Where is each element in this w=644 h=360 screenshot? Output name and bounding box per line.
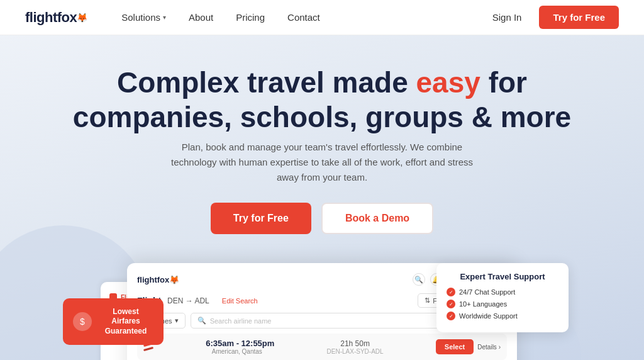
- time-chevron-icon: ▾: [175, 317, 179, 325]
- search-icon[interactable]: 🔍: [413, 273, 425, 286]
- check-icon: ✓: [447, 300, 455, 308]
- nav-about[interactable]: About: [180, 8, 222, 26]
- badge-dollar-icon: $: [73, 312, 92, 331]
- flight-result-row: 6:35am - 12:55pm American, Qantas 21h 50…: [137, 334, 507, 360]
- navbar: flightfox🦊 Solutions ▾ About Pricing Con…: [0, 0, 644, 35]
- hero-buttons: Try for Free Book a Demo: [13, 203, 631, 234]
- search-icon: 🔍: [197, 317, 206, 325]
- expert-support-card: Expert Travel Support ✓ 24/7 Chat Suppor…: [436, 263, 569, 332]
- nav-solutions[interactable]: Solutions ▾: [113, 8, 175, 26]
- hero-title: Complex travel made easy for companies, …: [13, 65, 631, 135]
- hero-book-demo-button[interactable]: Book a Demo: [321, 203, 433, 234]
- details-link[interactable]: Details ›: [477, 344, 501, 351]
- flight-route: DEN → ADL: [167, 296, 209, 305]
- card-logo: flightfox🦊: [137, 275, 179, 284]
- nav-pricing[interactable]: Pricing: [227, 8, 274, 26]
- logo-text: flightfox: [25, 9, 77, 26]
- edit-search-button[interactable]: Edit Search: [222, 297, 258, 305]
- flight-time-info: 6:35am - 12:55pm American, Qantas: [199, 339, 274, 355]
- logo[interactable]: flightfox🦊: [25, 9, 87, 26]
- flight-duration-info: 21h 50m DEN-LAX-SYD-ADL: [327, 339, 384, 355]
- chevron-down-icon: ▾: [163, 14, 166, 21]
- check-icon: ✓: [447, 312, 455, 320]
- expert-item-chat: ✓ 24/7 Chat Support: [447, 288, 558, 296]
- expert-item-languages: ✓ 10+ Languages: [447, 300, 558, 308]
- nav-contact[interactable]: Contact: [279, 8, 329, 26]
- nav-try-free-button[interactable]: Try for Free: [539, 6, 619, 29]
- nav-right: Sign In Try for Free: [485, 6, 619, 29]
- hero-try-free-button[interactable]: Try for Free: [211, 203, 311, 234]
- hero-section: Complex travel made easy for companies, …: [0, 35, 644, 360]
- hero-subtitle: Plan, book and manage your team's travel…: [171, 140, 473, 185]
- mockup-area: Flights Cars ··· Other flightfox🦊 🔍 🔔: [13, 257, 631, 360]
- sign-in-button[interactable]: Sign In: [485, 8, 530, 26]
- nav-links: Solutions ▾ About Pricing Contact: [113, 8, 485, 26]
- expert-item-worldwide: ✓ Worldwide Support: [447, 312, 558, 320]
- flight-actions: Select Details ›: [436, 339, 501, 354]
- expert-card-title: Expert Travel Support: [447, 272, 558, 281]
- check-icon: ✓: [447, 288, 455, 296]
- select-flight-button[interactable]: Select: [436, 339, 474, 354]
- filter-icon: ⇅: [425, 296, 430, 305]
- badge-text: Lowest Airfares Guaranteed: [98, 307, 153, 337]
- lowest-airfares-badge: $ Lowest Airfares Guaranteed: [63, 298, 164, 346]
